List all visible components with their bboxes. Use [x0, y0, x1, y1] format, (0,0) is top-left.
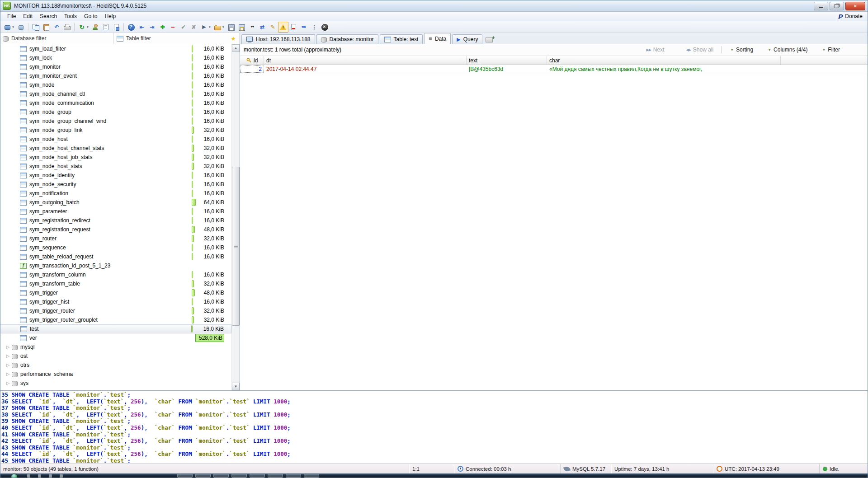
warnings-button[interactable] [278, 22, 288, 33]
start-orb-icon[interactable] [11, 473, 18, 478]
replace-button[interactable]: ⇄ [257, 22, 268, 33]
undo-button[interactable]: ↶ [52, 22, 62, 33]
tree-table-sym_parameter[interactable]: sym_parameter16,0 KiB [0, 207, 231, 216]
menu-help[interactable]: Help [101, 12, 119, 20]
tree-table-sym_monitor_event[interactable]: sym_monitor_event16,0 KiB [0, 71, 231, 80]
tree-table-sym_node_identity[interactable]: sym_node_identity16,0 KiB [0, 171, 231, 180]
taskbar-button[interactable] [213, 474, 229, 478]
expand-icon[interactable]: ▷ [6, 363, 12, 367]
cell-id[interactable]: 2 [240, 65, 264, 73]
minimize-button[interactable] [814, 2, 828, 10]
tab-data[interactable]: ≡Data [424, 33, 451, 44]
tree-table-sym_trigger_hist[interactable]: sym_trigger_hist16,0 KiB [0, 297, 231, 306]
tree-database-mysql[interactable]: ▷mysql [0, 342, 231, 351]
column-header-dt[interactable]: dt [264, 56, 467, 65]
next-rows-button[interactable]: ▶▶ Next [646, 47, 665, 53]
execute-query-button[interactable]: ▶▼ [199, 22, 212, 33]
tree-table-sym_node_host[interactable]: sym_node_host16,0 KiB [0, 135, 231, 144]
reformat-button[interactable]: ➥ [299, 22, 309, 33]
scrollbar-thumb[interactable] [232, 167, 240, 326]
tree-table-sym_node_communication[interactable]: sym_node_communication16,0 KiB [0, 98, 231, 108]
tree-table-sym_trigger_router[interactable]: sym_trigger_router32,0 KiB [0, 306, 231, 315]
cell-text[interactable]: [B@435bc63d [467, 65, 547, 73]
cancel-editing-button[interactable]: ✘ [189, 22, 199, 33]
tree-table-test[interactable]: test16,0 KiB [0, 324, 231, 333]
tree-table-sym_trigger_router_grouplet[interactable]: sym_trigger_router_grouplet32,0 KiB [0, 315, 231, 324]
tree-scrollbar[interactable]: ▲ ▼ [231, 44, 240, 390]
tree-table-sym_node_group[interactable]: sym_node_group16,0 KiB [0, 108, 231, 117]
tab-query[interactable]: ▶Query [452, 34, 482, 44]
tree-database-performance_schema[interactable]: ▷performance_schema [0, 370, 231, 379]
taskbar-button[interactable] [177, 474, 193, 478]
refresh-button[interactable]: ↻▼ [77, 22, 90, 33]
save-button[interactable] [226, 22, 236, 33]
tree-table-sym_outgoing_batch[interactable]: sym_outgoing_batch64,0 KiB [0, 198, 231, 207]
cell-dt[interactable]: 2017-04-14 02:44:47 [264, 65, 467, 73]
tree-table-sym_transform_column[interactable]: sym_transform_column16,0 KiB [0, 270, 231, 279]
database-filter-input[interactable]: Database filter [0, 33, 114, 44]
tree-table-ver[interactable]: ver528,0 KiB [0, 333, 231, 342]
preferences-button[interactable] [111, 22, 122, 33]
restore-button[interactable] [830, 2, 844, 10]
load-sql-file-button[interactable]: ▼ [212, 22, 226, 33]
new-query-tab-icon[interactable] [486, 36, 495, 42]
delete-record-button[interactable]: − [168, 22, 178, 33]
tree-table-sym_transform_table[interactable]: sym_transform_table32,0 KiB [0, 279, 231, 288]
tree-table-sym_node_channel_ctl[interactable]: sym_node_channel_ctl16,0 KiB [0, 89, 231, 98]
menu-go-to[interactable]: Go to [80, 12, 101, 20]
tab-host[interactable]: Host: 192.168.113.188 [241, 34, 315, 44]
column-header-char[interactable]: char [547, 56, 781, 65]
tree-database-sys[interactable]: ▷sys [0, 379, 231, 388]
filter-button[interactable]: ▼ Filter [822, 47, 840, 53]
expand-icon[interactable]: ▷ [6, 381, 12, 385]
save-as-button[interactable] [236, 22, 247, 33]
session-manager-button[interactable]: ▼ [2, 22, 16, 33]
tree-table-sym_table_reload_request[interactable]: sym_table_reload_request16,0 KiB [0, 252, 231, 261]
tree-database-ost[interactable]: ▷ost [0, 351, 231, 361]
cell-char[interactable]: «Мой дядя самых честных правил,Когда не … [547, 65, 781, 73]
expand-icon[interactable]: ▷ [6, 372, 12, 376]
table-filter-input[interactable]: Table filter [114, 33, 231, 44]
tree-table-sym_trigger[interactable]: sym_trigger48,0 KiB [0, 288, 231, 297]
taskbar-button[interactable] [231, 474, 247, 478]
paste-button[interactable] [41, 22, 52, 33]
menu-edit[interactable]: Edit [19, 12, 36, 20]
menu-file[interactable]: File [4, 12, 19, 20]
quicklaunch-icon[interactable] [38, 474, 41, 478]
columns-button[interactable]: ▼ Columns (4/4) [768, 47, 807, 53]
stop-button[interactable] [320, 22, 330, 33]
post-changes-button[interactable]: ✔ [178, 22, 189, 33]
tree-table-sym_notification[interactable]: sym_notification16,0 KiB [0, 189, 231, 198]
tree-table-sym_registration_redirect[interactable]: sym_registration_redirect16,0 KiB [0, 216, 231, 225]
quicklaunch-icon[interactable] [27, 474, 30, 478]
quicklaunch-icon[interactable] [49, 474, 52, 478]
quicklaunch-icon[interactable] [60, 474, 63, 478]
edit-button[interactable]: ✎ [268, 22, 278, 33]
column-header-text[interactable]: text [467, 56, 547, 65]
session-log-button[interactable] [101, 22, 111, 33]
menu-tools[interactable]: Tools [61, 12, 80, 20]
tree-table-sym_node_host_stats[interactable]: sym_node_host_stats32,0 KiB [0, 162, 231, 171]
tree-table-sym_sequence[interactable]: sym_sequence16,0 KiB [0, 243, 231, 252]
tree-table-sym_transaction_id_post_5_1_23[interactable]: sym_transaction_id_post_5_1_23 [0, 261, 231, 270]
last-record-button[interactable]: ⇥ [147, 22, 157, 33]
donate-link[interactable]: P Donate [838, 13, 863, 20]
help-button[interactable] [126, 22, 137, 33]
tree-table-sym_node_group_link[interactable]: sym_node_group_link32,0 KiB [0, 126, 231, 135]
tree-database-otrs[interactable]: ▷otrs [0, 361, 231, 370]
more-options-button[interactable]: ⋮ [309, 22, 320, 33]
export-button[interactable] [288, 22, 299, 33]
tab-database[interactable]: Database: monitor [316, 34, 378, 44]
taskbar-button[interactable] [195, 474, 211, 478]
show-all-button[interactable]: ◀▶ Show all [686, 47, 714, 53]
taskbar-button[interactable] [286, 474, 301, 478]
grid-row[interactable]: 22017-04-14 02:44:47[B@435bc63d«Мой дядя… [240, 65, 868, 73]
print-button[interactable] [62, 22, 72, 33]
tree-table-sym_node[interactable]: sym_node16,0 KiB [0, 80, 231, 89]
favorites-star-icon[interactable]: ★ [231, 35, 236, 42]
taskbar-button[interactable] [304, 474, 319, 478]
object-tree[interactable]: sym_load_filter16,0 KiBsym_lock16,0 KiBs… [0, 44, 231, 390]
sorting-button[interactable]: ▼ Sorting [730, 47, 753, 53]
menu-search[interactable]: Search [36, 12, 61, 20]
tree-table-sym_load_filter[interactable]: sym_load_filter16,0 KiB [0, 44, 231, 53]
